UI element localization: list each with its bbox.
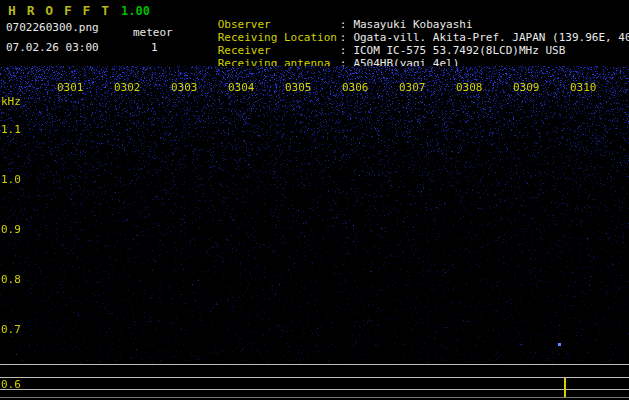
app-version: 1.00	[121, 4, 150, 18]
time-axis-label: 0309	[513, 81, 540, 94]
time-axis-label: 0304	[228, 81, 255, 94]
colon-separator: :	[340, 44, 347, 57]
time-axis-label: 0307	[399, 81, 426, 94]
hrofft-window: H R O F F T 1.00 0702260300.png meteor 0…	[0, 0, 629, 400]
freq-axis-label: 0.6	[1, 378, 21, 391]
colon-separator: :	[340, 31, 347, 44]
mode-label: meteor	[133, 26, 173, 39]
info-label: Observer	[218, 18, 340, 31]
time-axis-label: 0305	[285, 81, 312, 94]
timestamp: 07.02.26 03:00	[6, 41, 99, 54]
colon-separator: :	[340, 18, 347, 31]
time-axis-label: 0303	[171, 81, 198, 94]
freq-axis-label: 0.7	[1, 323, 21, 336]
time-axis-label: 0301	[57, 81, 84, 94]
app-title: H R O F F T	[8, 3, 111, 18]
time-axis-label: 0308	[456, 81, 483, 94]
spectrogram-canvas	[0, 66, 629, 363]
time-axis-label: 0310	[570, 81, 597, 94]
image-count: 1	[151, 41, 158, 54]
freq-axis-label: 0.9	[1, 223, 21, 236]
info-value: Masayuki Kobayashi	[353, 18, 472, 31]
info-value: ICOM IC-575 53.7492(8LCD)MHz USB	[353, 44, 565, 57]
freq-axis-unit: kHz	[1, 95, 21, 108]
level-marker-tick	[564, 378, 566, 397]
freq-axis-label: 0.8	[1, 273, 21, 286]
station-info: Observer:Masayuki Kobayashi Receiving Lo…	[178, 5, 629, 57]
output-filename: 0702260300.png	[6, 21, 99, 34]
info-label: Receiving Location	[218, 31, 340, 44]
freq-axis-label: 1.1	[1, 123, 21, 136]
freq-axis-label: 1.0	[1, 173, 21, 186]
info-value: Ogata-vill. Akita-Pref. JAPAN (139.96E, …	[353, 31, 629, 44]
time-axis-label: 0302	[114, 81, 141, 94]
time-axis-label: 0306	[342, 81, 369, 94]
level-gridline	[0, 397, 629, 398]
level-gridline	[0, 389, 629, 390]
info-label: Receiver	[218, 44, 340, 57]
level-gridline	[0, 364, 629, 365]
observer-row: Observer:Masayuki Kobayashi	[178, 5, 629, 18]
level-gridline	[0, 377, 629, 378]
